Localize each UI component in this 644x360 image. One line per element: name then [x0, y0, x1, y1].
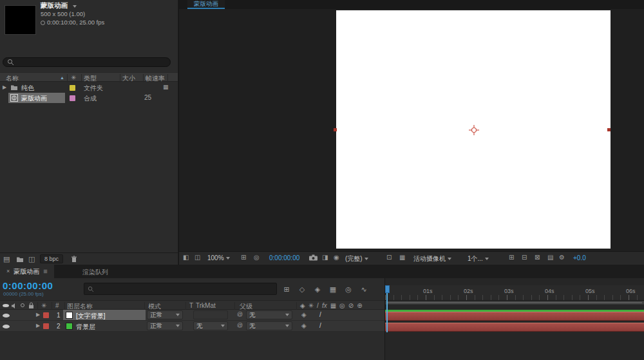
pickwhip-icon[interactable]: @: [237, 323, 243, 328]
time-ruler[interactable]: 01s 02s 03s 04s 05s 06s: [385, 285, 644, 301]
magnification-dropdown[interactable]: 100%: [207, 254, 230, 261]
layer-color-swatch[interactable]: [66, 323, 73, 330]
quality-toggle-icon[interactable]: /: [319, 323, 321, 329]
right-edge-handle[interactable]: [607, 128, 611, 131]
channels-icon[interactable]: ◉: [334, 254, 339, 261]
quality-toggle-icon[interactable]: /: [319, 312, 321, 318]
3d-switch-icon[interactable]: ⊕: [357, 302, 362, 309]
exposure-value[interactable]: +0.0: [573, 254, 586, 261]
mask-visibility-icon[interactable]: ◎: [254, 254, 260, 261]
fast-previews-icon[interactable]: ⚙: [559, 254, 565, 261]
layer-name[interactable]: [文字背景]: [76, 312, 106, 321]
left-edge-handle[interactable]: [334, 128, 337, 131]
grid-options-icon[interactable]: ⊞: [241, 254, 246, 261]
layer-name[interactable]: 背景层: [76, 323, 95, 332]
blend-mode-dropdown[interactable]: 正常: [147, 321, 183, 330]
interpret-footage-icon[interactable]: ▤: [3, 256, 10, 263]
item-name[interactable]: 蒙版动画: [21, 94, 47, 103]
t-column-header[interactable]: T: [189, 302, 193, 309]
eye-column-icon[interactable]: [3, 304, 9, 307]
column-type[interactable]: 类型: [84, 74, 97, 83]
column-size[interactable]: 大小: [122, 74, 135, 83]
fx-switch-icon[interactable]: fx: [322, 302, 327, 309]
solo-column-icon[interactable]: [21, 303, 24, 307]
index-column-header[interactable]: #: [55, 302, 59, 309]
graph-editor-icon[interactable]: ∿: [359, 284, 369, 294]
label-color-swatch[interactable]: [70, 85, 75, 91]
timeline-search-input[interactable]: [84, 283, 277, 295]
adjustment-switch-icon[interactable]: ⊘: [348, 302, 354, 309]
shy-toggle-icon[interactable]: ◈: [301, 312, 307, 318]
visibility-eye-icon[interactable]: [3, 325, 10, 328]
layer-label-color[interactable]: [43, 323, 49, 329]
close-icon[interactable]: ×: [6, 269, 10, 274]
item-name[interactable]: 纯色: [21, 84, 34, 93]
view-layout-dropdown[interactable]: 1个...: [468, 254, 489, 263]
layer-duration-bar[interactable]: [385, 323, 644, 332]
layer-row[interactable]: ▶ 1 [文字背景] 正常 @ 无 ◈ /: [0, 310, 384, 321]
hide-shy-layers-icon[interactable]: ◈: [312, 284, 323, 294]
motion-blur-icon[interactable]: ◎: [343, 284, 354, 294]
parent-dropdown[interactable]: 无: [246, 321, 292, 330]
current-timecode[interactable]: 0:00:00:00: [3, 280, 53, 291]
expand-arrow-icon[interactable]: ▶: [3, 85, 6, 90]
shy-switch-icon[interactable]: ◈: [300, 302, 305, 309]
pixel-aspect-icon[interactable]: ⊟: [522, 254, 527, 261]
resolution-dropdown[interactable]: (完整): [345, 254, 368, 263]
project-columns-header[interactable]: 名称 ▲ ✳ 类型 大小 帧速率: [0, 72, 178, 82]
panel-menu-icon[interactable]: ≡: [43, 268, 47, 275]
column-framerate[interactable]: 帧速率: [146, 74, 165, 83]
frame-blend-switch-icon[interactable]: ▦: [330, 302, 336, 309]
project-row-solids[interactable]: ▶ 纯色 文件夹 ▦: [0, 82, 178, 93]
audio-column-icon[interactable]: [11, 303, 17, 309]
pickwhip-icon[interactable]: @: [237, 312, 243, 317]
chevron-down-icon[interactable]: [73, 5, 77, 8]
label-color-swatch[interactable]: [70, 95, 75, 101]
expand-arrow-icon[interactable]: ▶: [36, 323, 40, 328]
show-snapshot-icon[interactable]: ◨: [322, 254, 328, 261]
draft-3d-icon[interactable]: ◇: [297, 284, 307, 294]
label-column-icon[interactable]: ✳: [71, 75, 76, 81]
expand-arrow-icon[interactable]: ▶: [36, 312, 40, 317]
tab-render-queue[interactable]: 渲染队列: [82, 268, 108, 277]
new-folder-icon[interactable]: [16, 256, 24, 263]
trash-icon[interactable]: [71, 256, 77, 263]
camera-view-dropdown[interactable]: 活动摄像机: [413, 254, 451, 263]
bit-depth-button[interactable]: 8 bpc: [40, 254, 63, 263]
lock-column-icon[interactable]: [28, 302, 34, 309]
layer-duration-bar[interactable]: [385, 312, 644, 321]
motion-blur-switch-icon[interactable]: ◎: [339, 302, 345, 309]
label-column-icon[interactable]: ✳: [41, 303, 46, 309]
work-area-bar[interactable]: [385, 301, 644, 305]
layer-label-color[interactable]: [43, 312, 49, 318]
playhead-handle[interactable]: [385, 285, 390, 293]
share-view-icon[interactable]: ⊞: [509, 254, 514, 261]
timeline-button-icon[interactable]: ▤: [547, 254, 553, 261]
trkmat-column-header[interactable]: TrkMat: [196, 302, 216, 309]
trkmat-dropdown[interactable]: 无: [193, 321, 228, 330]
viewer-timecode[interactable]: 0:00:00:00: [269, 254, 299, 261]
mini-flowchart-icon[interactable]: ⊞: [281, 284, 292, 294]
blend-mode-dropdown[interactable]: 正常: [147, 310, 183, 319]
collapse-switch-icon[interactable]: ✳: [308, 302, 314, 309]
project-row-comp[interactable]: 蒙版动画 合成 25: [0, 93, 178, 103]
layer-row[interactable]: ▶ 2 背景层 正常 无 @ 无 ◈ /: [0, 321, 384, 332]
snapshot-camera-icon[interactable]: [309, 254, 317, 261]
project-search-input[interactable]: [3, 57, 171, 67]
parent-dropdown[interactable]: 无: [246, 310, 292, 319]
tab-composition[interactable]: 蒙版动画: [187, 0, 225, 9]
visibility-eye-icon[interactable]: [3, 314, 10, 317]
tab-timeline-comp[interactable]: × 蒙版动画 ≡: [0, 265, 54, 278]
always-preview-icon[interactable]: ◧: [183, 254, 189, 261]
flowchart-button-icon[interactable]: ⊠: [535, 254, 540, 261]
quality-switch-icon[interactable]: /: [317, 302, 319, 309]
transparency-grid-icon[interactable]: ▦: [399, 254, 405, 261]
frame-blending-icon[interactable]: ▦: [328, 284, 338, 294]
column-name[interactable]: 名称: [6, 74, 19, 83]
new-composition-icon[interactable]: ◫: [28, 256, 35, 263]
region-of-interest-icon[interactable]: ⊡: [386, 254, 392, 261]
playhead-line[interactable]: [386, 292, 388, 332]
primary-viewer-icon[interactable]: ◫: [194, 254, 200, 261]
layer-color-swatch[interactable]: [66, 312, 73, 319]
shy-toggle-icon[interactable]: ◈: [301, 323, 307, 329]
